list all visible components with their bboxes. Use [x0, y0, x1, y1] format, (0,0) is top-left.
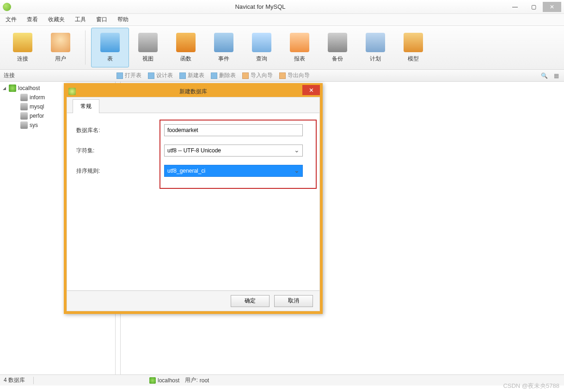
status-db-count: 4 数据库 [4, 376, 25, 384]
tool-backup[interactable]: 备份 [319, 28, 356, 67]
database-icon [20, 121, 28, 129]
tree-db-label: mysql [30, 103, 44, 110]
menu-help[interactable]: 帮助 [117, 16, 129, 24]
tool-report[interactable]: 报表 [281, 28, 319, 67]
sub-toolbar: 连接 打开表 设计表 新建表 删除表 导入向导 导出向导 🔍 ▦ [0, 70, 564, 82]
table-icon [211, 72, 217, 79]
query-icon [252, 33, 271, 52]
toolbar-separator [85, 30, 86, 65]
dialog-tabs: 常规 [67, 97, 319, 113]
cancel-button[interactable]: 取消 [274, 295, 313, 307]
dialog-titlebar[interactable]: 新建数据库 ✕ [67, 86, 320, 97]
row-dbname: 数据库名: foodemarket [76, 124, 310, 136]
search-icon[interactable]: 🔍 [540, 72, 548, 80]
model-icon [404, 33, 423, 52]
main-toolbar: 连接 用户 表 视图 函数 事件 查询 报表 备份 计划 模型 [0, 26, 564, 70]
dialog-close-button[interactable]: ✕ [302, 85, 320, 95]
row-collation: 排序规则: utf8_general_ci [76, 165, 310, 177]
status-user: 用户: root [185, 376, 209, 384]
plan-icon [366, 33, 385, 52]
menu-file[interactable]: 文件 [6, 16, 17, 24]
cmd-delete-table[interactable]: 删除表 [211, 72, 236, 79]
select-charset[interactable]: utf8 -- UTF-8 Unicode [164, 145, 303, 157]
menu-view[interactable]: 查看 [27, 16, 38, 24]
dialog-buttons: 确定 取消 [67, 290, 319, 311]
label-dbname: 数据库名: [76, 127, 164, 134]
select-collation-value: utf8_general_ci [167, 168, 205, 174]
grid-icon[interactable]: ▦ [552, 72, 560, 80]
watermark: CSDN @夜未央5788 [503, 382, 559, 390]
cmd-export-wizard-label: 导出向导 [288, 72, 310, 79]
database-icon [20, 103, 28, 110]
event-icon [214, 33, 233, 52]
status-user-label: 用户: [185, 376, 197, 384]
statusbar: 4 数据库 localhost 用户: root [0, 374, 564, 386]
tree-db-label: perfor [30, 113, 44, 119]
tool-event[interactable]: 事件 [205, 28, 243, 67]
tool-function[interactable]: 函数 [167, 28, 205, 67]
window-buttons: — ▢ ✕ [506, 2, 561, 12]
maximize-button[interactable]: ▢ [524, 2, 543, 12]
database-icon [20, 94, 28, 101]
cmd-open-table-label: 打开表 [125, 72, 141, 79]
cmd-open-table[interactable]: 打开表 [116, 72, 141, 79]
user-icon [51, 33, 70, 52]
ok-button[interactable]: 确定 [231, 295, 270, 307]
tool-event-label: 事件 [218, 55, 229, 63]
tree-db-label: sys [30, 122, 38, 128]
tool-connection[interactable]: 连接 [4, 28, 42, 67]
menubar: 文件 查看 收藏夹 工具 窗口 帮助 [0, 14, 564, 26]
row-charset: 字符集: utf8 -- UTF-8 Unicode [76, 145, 310, 157]
menu-fav[interactable]: 收藏夹 [48, 16, 65, 24]
database-icon [68, 88, 76, 95]
tool-plan-label: 计划 [370, 55, 381, 63]
input-dbname-value: foodemarket [167, 127, 198, 133]
tool-user-label: 用户 [55, 55, 66, 63]
status-host: localhost [149, 377, 179, 384]
new-database-dialog: 新建数据库 ✕ 常规 数据库名: foodemarket 字符集: utf8 -… [64, 83, 323, 314]
tool-table-label: 表 [107, 55, 113, 63]
dialog-form: 数据库名: foodemarket 字符集: utf8 -- UTF-8 Uni… [67, 113, 319, 290]
tool-view[interactable]: 视图 [129, 28, 167, 67]
tool-plan[interactable]: 计划 [356, 28, 394, 67]
tool-table[interactable]: 表 [91, 28, 129, 67]
import-icon [242, 72, 249, 79]
cmd-export-wizard[interactable]: 导出向导 [279, 72, 310, 79]
view-icon [138, 33, 158, 52]
report-icon [290, 33, 309, 52]
input-dbname[interactable]: foodemarket [164, 124, 303, 136]
table-icon [148, 72, 154, 79]
table-icon [116, 72, 123, 79]
menu-window[interactable]: 窗口 [96, 16, 107, 24]
cmd-delete-table-label: 删除表 [219, 72, 236, 79]
backup-icon [328, 33, 347, 52]
cmd-import-wizard-label: 导入向导 [251, 72, 273, 79]
cmd-import-wizard[interactable]: 导入向导 [242, 72, 273, 79]
plug-icon [13, 33, 32, 52]
tool-model-label: 模型 [408, 55, 419, 63]
menu-tools[interactable]: 工具 [75, 16, 86, 24]
cmd-design-table[interactable]: 设计表 [148, 72, 173, 79]
database-icon [20, 112, 28, 120]
label-collation: 排序规则: [76, 167, 164, 175]
cmd-new-table[interactable]: 新建表 [179, 72, 204, 79]
table-icon [100, 33, 120, 52]
export-icon [279, 72, 286, 79]
app-icon [3, 3, 11, 11]
connection-label: 连接 [4, 72, 15, 79]
tool-query[interactable]: 查询 [243, 28, 281, 67]
minimize-button[interactable]: — [506, 2, 524, 12]
tool-report-label: 报表 [294, 55, 305, 63]
function-icon [176, 33, 196, 52]
tree-root-label: localhost [18, 85, 40, 91]
tool-model[interactable]: 模型 [394, 28, 432, 67]
close-button[interactable]: ✕ [543, 2, 561, 12]
tool-user[interactable]: 用户 [42, 28, 80, 67]
tool-function-label: 函数 [180, 55, 191, 63]
select-collation[interactable]: utf8_general_ci [164, 165, 303, 177]
tab-general[interactable]: 常规 [73, 99, 99, 113]
server-icon [149, 377, 156, 384]
titlebar: Navicat for MySQL — ▢ ✕ [0, 0, 564, 14]
status-host-label: localhost [158, 377, 179, 384]
window-title: Navicat for MySQL [15, 3, 506, 10]
